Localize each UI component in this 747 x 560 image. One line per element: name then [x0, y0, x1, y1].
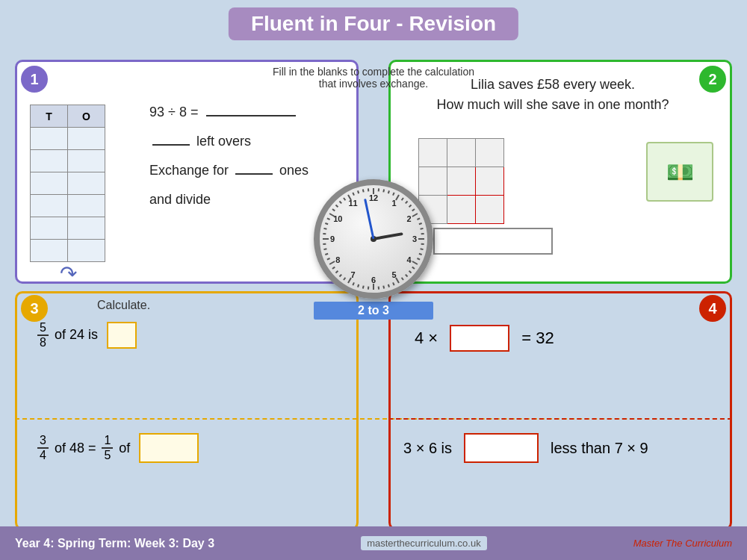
footer-center: masterthecurriculum.co.uk	[361, 536, 486, 550]
q2-text: Lilia saves £58 every week. How much wil…	[388, 75, 717, 115]
q3-line2-text1: of 48 =	[55, 441, 96, 456]
clock-tick	[419, 253, 422, 255]
q4-answer-box2[interactable]	[464, 433, 539, 463]
q3-line1: 5 8 of 24 is	[37, 321, 137, 349]
q4-answer-box1[interactable]	[450, 325, 509, 352]
q3-line2: 3 4 of 48 = 1 5 of	[37, 433, 199, 463]
q3-answer-box1[interactable]	[107, 322, 137, 349]
q3-fraction2: 3 4	[37, 434, 49, 461]
clock-tick	[343, 197, 346, 200]
clock-tick	[362, 189, 365, 192]
q3-answer-box2[interactable]	[139, 433, 199, 463]
table-cell	[68, 128, 105, 150]
clock-tick	[388, 284, 390, 287]
clock-tick	[421, 233, 424, 234]
clock-tick	[405, 201, 408, 204]
clock-tick	[417, 258, 420, 260]
clock-tick	[373, 284, 374, 290]
clock-tick	[419, 223, 422, 225]
q4-line1-prefix: 4 ×	[415, 329, 438, 348]
clock-tick	[395, 277, 400, 283]
clock-tick	[373, 188, 374, 194]
clock-tick	[323, 238, 329, 240]
q4-line1: 4 × = 32	[415, 325, 554, 352]
q3-line1-text: of 24 is	[55, 327, 98, 343]
q3-frac1-bottom: 8	[40, 336, 46, 349]
clock-inner: 121234567891011	[320, 185, 427, 293]
clock-tick	[335, 205, 338, 208]
q1-and-divide: and divide	[149, 192, 309, 208]
q3-frac3-bottom: 5	[104, 449, 111, 462]
clock-tick	[405, 274, 408, 277]
clock-tick	[418, 238, 424, 240]
clock-tick	[362, 285, 365, 288]
q4-line1-suffix: = 32	[521, 329, 554, 348]
table-cell	[68, 217, 105, 240]
q3-frac3-top: 1	[102, 434, 113, 449]
clock-tick	[401, 277, 404, 280]
clock-tick	[412, 267, 415, 270]
clock-tick	[382, 189, 385, 192]
table-cell	[31, 172, 68, 195]
q1-left-overs: left overs	[149, 134, 309, 149]
q2-answer-box[interactable]	[433, 228, 553, 255]
q3-frac2-top: 3	[37, 434, 49, 449]
q3-fraction1: 5 8	[37, 321, 49, 349]
clock-tick	[417, 217, 420, 220]
table-cell	[31, 217, 68, 240]
clock-tick	[412, 261, 418, 265]
clock-tick	[347, 277, 352, 283]
q4-divider	[388, 418, 732, 420]
clock-number-3: 3	[412, 234, 417, 243]
q1-answer-line[interactable]	[206, 115, 296, 116]
q2-number-circle: 2	[699, 66, 726, 93]
clock-number-4: 4	[407, 255, 412, 264]
q1-number-circle: 1	[21, 66, 48, 93]
grid-cell	[447, 196, 476, 224]
clock-tick	[339, 274, 342, 277]
q1-blank-leftovers[interactable]	[152, 144, 190, 146]
clock-number-2: 2	[407, 214, 412, 223]
clock-tick	[392, 192, 394, 195]
clock-tick	[339, 201, 342, 204]
clock-tick	[323, 228, 326, 230]
q4-line2: 3 × 6 is less than 7 × 9	[403, 433, 648, 463]
clock-tick	[378, 188, 379, 191]
clock-number-9: 9	[330, 234, 335, 243]
col-t: T	[31, 105, 68, 128]
table-cell	[31, 195, 68, 217]
col-o: O	[68, 105, 105, 128]
table-cell	[31, 240, 68, 262]
grid-cell	[476, 167, 504, 196]
clock-label: 2 to 3	[314, 302, 433, 320]
clock-tick	[412, 213, 418, 217]
clock-tick	[326, 258, 329, 260]
clock-tick	[352, 282, 354, 285]
clock-minute-hand	[364, 199, 374, 239]
clock-tick	[325, 253, 328, 255]
table-cell	[31, 150, 68, 172]
clock-tick	[368, 188, 369, 191]
q1-exchange: Exchange for ones	[149, 163, 309, 178]
q3-frac1-top: 5	[37, 321, 49, 336]
q1-math: 93 ÷ 8 = left overs Exchange for ones an…	[149, 105, 309, 221]
footer: Year 4: Spring Term: Week 3: Day 3 maste…	[0, 526, 747, 560]
clock-hour-hand	[374, 232, 403, 240]
clock-tick	[395, 195, 400, 201]
clock-tick	[409, 205, 412, 208]
q1-blank-exchange[interactable]	[235, 173, 273, 175]
clock-tick	[332, 267, 335, 270]
footer-right: Master The Curriculum	[633, 538, 732, 549]
clock-number-8: 8	[335, 255, 340, 264]
grid-cell	[447, 167, 476, 196]
q2-line2: How much will she save in one month?	[436, 97, 669, 112]
q2-line1: Lilia saves £58 every week.	[471, 77, 635, 92]
table-cell	[68, 172, 105, 195]
clock-tick	[343, 277, 346, 280]
grid-cell	[419, 139, 447, 167]
clock-tick	[378, 287, 379, 290]
clock-tick	[335, 270, 338, 273]
clock-tick	[325, 223, 328, 225]
clock-tick	[323, 243, 326, 245]
q3-calculate-label: Calculate.	[97, 299, 150, 312]
